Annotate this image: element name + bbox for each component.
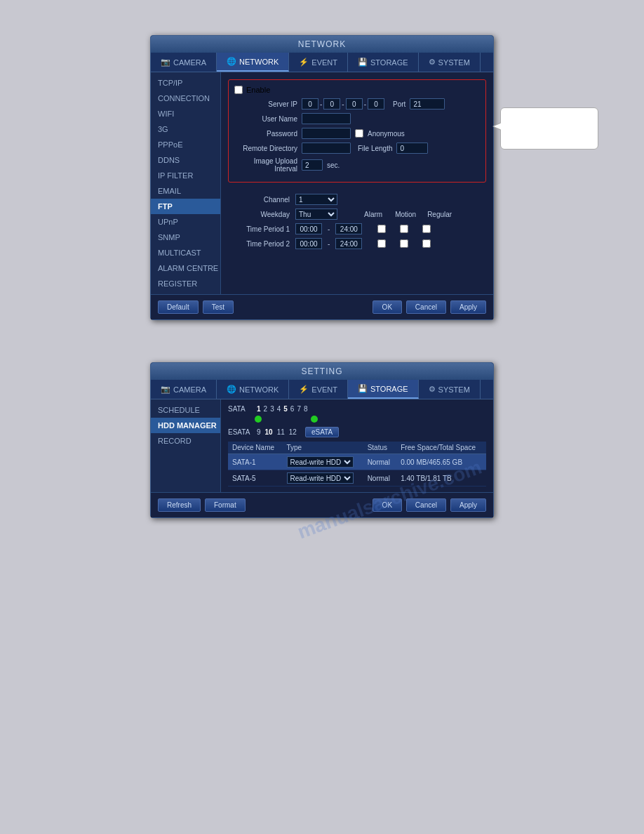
callout-bubble-wrapper xyxy=(500,107,598,150)
cancel-button-2[interactable]: Cancel xyxy=(406,498,446,512)
period2-end[interactable] xyxy=(335,238,362,249)
sidebar-item-hddmanager[interactable]: HDD MANAGER xyxy=(151,418,220,433)
ip-octet-2[interactable] xyxy=(323,98,340,110)
sata-num-4[interactable]: 4 xyxy=(277,405,281,413)
sidebar-item-wifi[interactable]: WIFI xyxy=(151,106,220,121)
period1-motion-check[interactable] xyxy=(400,225,408,233)
sidebar-item-ipfilter[interactable]: IP FILTER xyxy=(151,168,220,183)
channel-select[interactable]: 1 xyxy=(295,194,337,205)
action-bar-1: Default Test OK Cancel Apply xyxy=(151,294,493,319)
sidebar-item-schedule[interactable]: SCHEDULE xyxy=(151,402,220,418)
sata-num-8[interactable]: 8 xyxy=(304,405,308,413)
ip-octet-4[interactable] xyxy=(368,98,384,110)
sata-num-6[interactable]: 6 xyxy=(290,405,295,413)
setting-dialog: SETTING 📷 CAMERA 🌐 NETWORK ⚡ EVENT 💾 ST xyxy=(150,362,494,518)
ok-button-1[interactable]: OK xyxy=(373,300,402,314)
table-header-row: Device Name Type Status Free Space/Total… xyxy=(228,442,486,454)
network-dialog: NETWORK 📷 CAMERA 🌐 NETWORK ⚡ EVENT xyxy=(150,35,494,320)
default-button-1[interactable]: Default xyxy=(158,300,199,314)
period1-regular-check[interactable] xyxy=(422,225,431,233)
period1-end[interactable] xyxy=(335,223,362,234)
sata-num-1[interactable]: 1 xyxy=(257,405,261,413)
esata-num-11[interactable]: 11 xyxy=(277,428,285,436)
tab-storage-1[interactable]: 💾 STORAGE xyxy=(348,53,419,72)
sidebar-item-ftp[interactable]: FTP xyxy=(151,199,220,214)
table-row[interactable]: SATA-5 Read-write HDD Read-only HDD Norm… xyxy=(228,470,486,486)
sidebar-item-ddns[interactable]: DDNS xyxy=(151,152,220,168)
hdd-table: Device Name Type Status Free Space/Total… xyxy=(228,442,486,486)
left-buttons-2: Refresh Format xyxy=(158,498,246,512)
enable-row: Enable xyxy=(234,86,480,94)
sidebar-item-multicast[interactable]: MULTICAST xyxy=(151,245,220,260)
type-sata1[interactable]: Read-write HDD Read-only HDD xyxy=(283,454,363,470)
tab-event-2[interactable]: ⚡ EVENT xyxy=(289,380,348,399)
username-input[interactable] xyxy=(302,113,351,124)
tab-bar-1: 📷 CAMERA 🌐 NETWORK ⚡ EVENT 💾 STORAGE xyxy=(151,53,493,72)
esata-button[interactable]: eSATA xyxy=(305,427,339,437)
ip-octet-1[interactable] xyxy=(302,98,318,110)
dialog2-body: SCHEDULE HDD MANAGER RECORD SATA 1 2 3 4 xyxy=(151,399,493,492)
test-button-1[interactable]: Test xyxy=(203,300,234,314)
type-sata5[interactable]: Read-write HDD Read-only HDD xyxy=(283,470,363,486)
ok-button-2[interactable]: OK xyxy=(373,498,402,512)
anonymous-checkbox[interactable] xyxy=(355,129,363,138)
remote-dir-input[interactable] xyxy=(302,143,351,154)
dialog2-title: SETTING xyxy=(151,363,493,380)
apply-button-2[interactable]: Apply xyxy=(450,498,486,512)
network-icon: 🌐 xyxy=(227,57,236,66)
tab-camera-1[interactable]: 📷 CAMERA xyxy=(151,53,217,72)
sata-num-2[interactable]: 2 xyxy=(264,405,268,413)
tab-network-1[interactable]: 🌐 NETWORK xyxy=(217,53,289,72)
tab-storage-2[interactable]: 💾 STORAGE xyxy=(348,380,419,399)
sidebar-item-record[interactable]: RECORD xyxy=(151,433,220,449)
ip-octet-3[interactable] xyxy=(346,98,363,110)
refresh-button[interactable]: Refresh xyxy=(158,498,201,512)
enable-checkbox[interactable] xyxy=(234,86,243,94)
sidebar-item-upnp[interactable]: UPnP xyxy=(151,214,220,230)
tab-system-1[interactable]: ⚙ SYSTEM xyxy=(419,53,481,72)
password-input[interactable] xyxy=(302,128,351,139)
period2-regular-check[interactable] xyxy=(422,239,431,248)
sidebar-1: TCP/IP CONNECTION WIFI 3G PPPoE DDNS IP … xyxy=(151,72,221,294)
system-icon: ⚙ xyxy=(429,58,436,67)
sidebar-item-tcpip[interactable]: TCP/IP xyxy=(151,75,220,91)
tab-event-1[interactable]: ⚡ EVENT xyxy=(289,53,348,72)
sata-num-7[interactable]: 7 xyxy=(297,405,301,413)
server-ip-row: Server IP - - - Port xyxy=(234,98,480,110)
sidebar-item-register[interactable]: REGISTER xyxy=(151,276,220,291)
period2-motion-check[interactable] xyxy=(400,239,408,248)
table-row[interactable]: SATA-1 Read-write HDD Read-only HDD Norm… xyxy=(228,454,486,470)
cancel-button-1[interactable]: Cancel xyxy=(406,300,446,314)
weekday-select[interactable]: Thu Mon Tue Wed Fri Sat Sun xyxy=(295,208,337,220)
upload-interval-input[interactable] xyxy=(302,159,323,171)
tab-camera-2[interactable]: 📷 CAMERA xyxy=(151,380,217,399)
sidebar-item-pppoe[interactable]: PPPoE xyxy=(151,137,220,152)
sidebar-item-alarmcentre[interactable]: ALARM CENTRE xyxy=(151,260,220,276)
file-length-label: File Length xyxy=(358,145,392,152)
event-icon-2: ⚡ xyxy=(299,385,309,394)
sidebar-item-email[interactable]: EMAIL xyxy=(151,183,220,199)
period1-start[interactable] xyxy=(295,223,322,234)
right-buttons-2: OK Cancel Apply xyxy=(373,498,486,512)
sata-ind-4 xyxy=(295,416,306,423)
apply-button-1[interactable]: Apply xyxy=(450,300,486,314)
sidebar-item-3g[interactable]: 3G xyxy=(151,121,220,137)
period2-alarm-check[interactable] xyxy=(377,239,386,248)
esata-num-10[interactable]: 10 xyxy=(265,428,273,436)
type-select-sata1[interactable]: Read-write HDD Read-only HDD xyxy=(287,456,354,468)
period2-start[interactable] xyxy=(295,238,322,249)
format-button[interactable]: Format xyxy=(205,498,246,512)
sata-num-3[interactable]: 3 xyxy=(270,405,274,413)
esata-num-12[interactable]: 12 xyxy=(289,428,297,436)
sidebar-item-connection[interactable]: CONNECTION xyxy=(151,91,220,106)
tab-system-2[interactable]: ⚙ SYSTEM xyxy=(419,380,481,399)
sidebar-item-snmp[interactable]: SNMP xyxy=(151,230,220,245)
sata-num-5[interactable]: 5 xyxy=(283,405,288,413)
schedule-section: Channel 1 Weekday Thu Mon Tue xyxy=(228,190,486,257)
period1-alarm-check[interactable] xyxy=(377,225,386,233)
tab-network-2[interactable]: 🌐 NETWORK xyxy=(217,380,289,399)
type-select-sata5[interactable]: Read-write HDD Read-only HDD xyxy=(287,472,354,484)
file-length-input[interactable] xyxy=(396,143,428,154)
port-input[interactable] xyxy=(410,98,445,110)
esata-num-9[interactable]: 9 xyxy=(257,428,261,436)
